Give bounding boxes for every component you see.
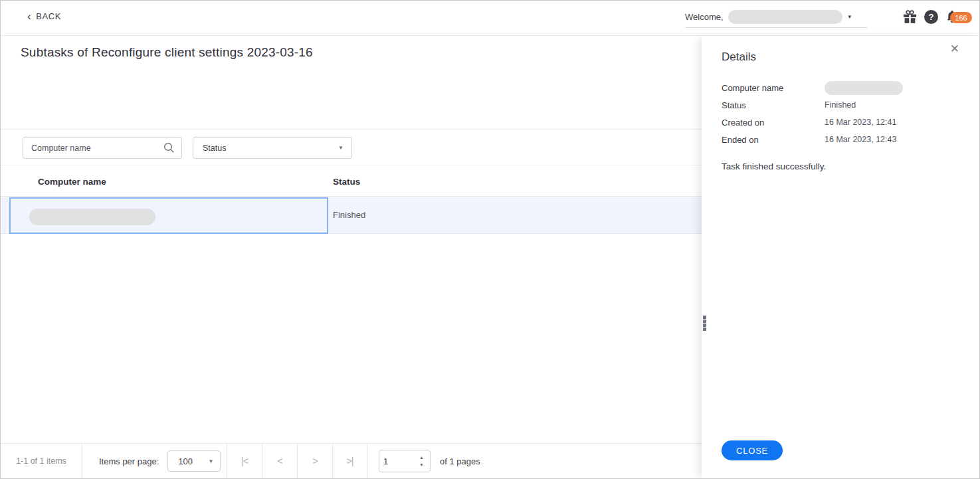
back-label: BACK xyxy=(36,11,61,21)
help-icon[interactable]: ? xyxy=(924,10,938,24)
selected-cell-outline xyxy=(9,197,328,234)
field-label: Computer name xyxy=(722,83,825,93)
field-value: 16 Mar 2023, 12:41 xyxy=(825,118,896,127)
back-chevron-icon: ‹ xyxy=(27,12,31,21)
close-button[interactable]: CLOSE xyxy=(722,440,783,460)
details-title: Details xyxy=(722,50,756,64)
user-name-redacted xyxy=(728,10,842,24)
field-label: Status xyxy=(722,100,825,110)
computer-name-filter[interactable] xyxy=(23,137,182,159)
column-header-status[interactable]: Status xyxy=(333,177,360,187)
field-label: Ended on xyxy=(722,135,825,145)
items-per-page-value: 100 xyxy=(178,456,193,466)
field-value: Finished xyxy=(825,100,856,110)
details-panel: ✕ Details Computer name Status Finished … xyxy=(702,36,980,478)
row-status-value: Finished xyxy=(333,210,365,220)
next-page-button[interactable]: > xyxy=(297,444,332,478)
gift-icon[interactable] xyxy=(902,9,918,27)
pagination-bar: 1-1 of 1 items Items per page: 100 ▼ |< … xyxy=(1,443,702,478)
prev-page-button[interactable]: < xyxy=(262,444,297,478)
field-value: 16 Mar 2023, 12:43 xyxy=(825,135,896,144)
detail-field-status: Status Finished xyxy=(722,96,951,114)
user-menu[interactable]: Welcome, ▾ xyxy=(685,6,868,28)
pages-label: of 1 pages xyxy=(440,456,480,466)
table-header: Computer name Status xyxy=(1,165,702,197)
field-label: Created on xyxy=(722,118,825,128)
top-bar: ‹ BACK Welcome, ▾ ? 166 xyxy=(1,1,979,36)
search-icon xyxy=(163,142,175,153)
welcome-label: Welcome, xyxy=(685,12,724,22)
chevron-down-icon: ▼ xyxy=(208,458,213,464)
status-filter-label: Status xyxy=(203,144,226,153)
last-page-button[interactable]: >| xyxy=(332,444,367,478)
spin-down-icon[interactable]: ▼ xyxy=(419,462,424,467)
close-icon[interactable]: ✕ xyxy=(950,42,959,56)
detail-field-ended-on: Ended on 16 Mar 2023, 12:43 xyxy=(722,131,951,148)
table-row[interactable]: Finished xyxy=(1,197,702,234)
column-header-computer-name[interactable]: Computer name xyxy=(38,177,106,187)
page-number-spinner[interactable]: ▲ ▼ xyxy=(379,450,431,472)
details-fields: Computer name Status Finished Created on… xyxy=(722,79,951,148)
chevron-down-icon: ▾ xyxy=(848,13,852,20)
main-content: Subtasks of Reconfigure client settings … xyxy=(1,36,702,478)
app-window: ‹ BACK Welcome, ▾ ? 166 Subtasks of xyxy=(0,0,980,479)
notification-badge[interactable]: 166 xyxy=(950,12,972,23)
items-per-page-dropdown[interactable]: 100 ▼ xyxy=(167,450,221,472)
detail-field-created-on: Created on 16 Mar 2023, 12:41 xyxy=(722,114,951,131)
items-per-page-section: Items per page: 100 ▼ xyxy=(82,444,227,478)
field-value-redacted xyxy=(825,81,903,95)
back-button[interactable]: ‹ BACK xyxy=(27,11,61,21)
divider xyxy=(1,129,702,130)
page-title: Subtasks of Reconfigure client settings … xyxy=(21,45,313,60)
chevron-down-icon: ▼ xyxy=(338,145,343,151)
page-number-section: ▲ ▼ of 1 pages xyxy=(367,444,480,478)
items-per-page-label: Items per page: xyxy=(99,456,159,466)
computer-name-redacted xyxy=(29,209,155,225)
page-number-input[interactable] xyxy=(383,456,406,466)
items-summary: 1-1 of 1 items xyxy=(1,444,82,478)
page-nav: |< < > >| xyxy=(227,444,367,478)
detail-field-computer-name: Computer name xyxy=(722,79,951,96)
computer-name-filter-input[interactable] xyxy=(31,144,163,153)
task-result-message: Task finished successfully. xyxy=(722,161,826,171)
status-filter-dropdown[interactable]: Status ▼ xyxy=(193,137,352,159)
panel-resize-handle[interactable] xyxy=(703,316,706,332)
spin-up-icon[interactable]: ▲ xyxy=(419,455,424,460)
first-page-button[interactable]: |< xyxy=(227,444,262,478)
